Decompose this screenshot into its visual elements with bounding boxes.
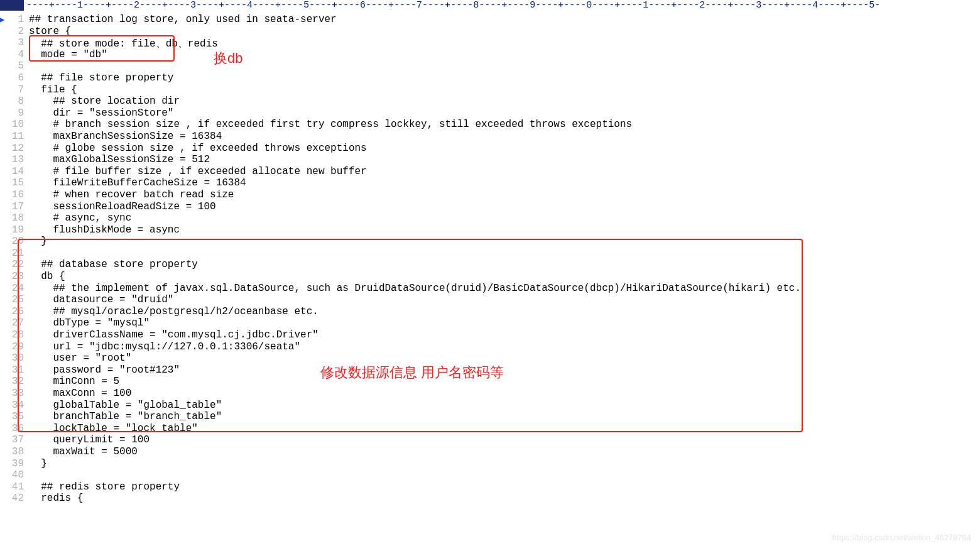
code-text[interactable]: url = "jdbc:mysql://127.0.0.1:3306/seata… — [29, 341, 980, 353]
code-line[interactable]: 39 } — [0, 458, 980, 470]
code-text[interactable] — [29, 60, 980, 72]
code-line[interactable]: 21 — [0, 248, 980, 259]
code-text[interactable]: ## file store property — [29, 72, 980, 84]
code-line[interactable]: 13 maxGlobalSessionSize = 512 — [0, 154, 980, 166]
code-text[interactable]: ## transaction log store, only used in s… — [29, 14, 980, 26]
line-number: 21 — [0, 248, 29, 259]
code-line[interactable]: 7 file { — [0, 84, 980, 96]
code-text[interactable]: } — [29, 236, 980, 248]
code-line[interactable]: 25 datasource = "druid" — [0, 294, 980, 306]
code-text[interactable]: datasource = "druid" — [29, 294, 980, 306]
code-text[interactable]: ## the implement of javax.sql.DataSource… — [29, 283, 980, 295]
code-line[interactable]: 8 ## store location dir — [0, 96, 980, 107]
line-number: 27 — [0, 317, 29, 329]
code-text[interactable]: store { — [29, 26, 980, 38]
code-line[interactable]: 4 mode = "db" — [0, 49, 980, 61]
code-line[interactable]: 30 user = "root" — [0, 352, 980, 364]
code-text[interactable]: redis { — [29, 493, 980, 505]
code-text[interactable]: flushDiskMode = async — [29, 224, 980, 236]
code-line[interactable]: 22 ## database store property — [0, 259, 980, 271]
code-text[interactable]: queryLimit = 100 — [29, 434, 980, 446]
code-text[interactable]: driverClassName = "com.mysql.cj.jdbc.Dri… — [29, 329, 980, 341]
line-number: 1 — [0, 14, 29, 26]
code-line[interactable]: 28 driverClassName = "com.mysql.cj.jdbc.… — [0, 329, 980, 341]
code-text[interactable]: ## store mode: file、db、redis — [29, 37, 980, 49]
code-text[interactable]: dir = "sessionStore" — [29, 107, 980, 119]
code-text[interactable]: file { — [29, 84, 980, 96]
line-number: 3 — [0, 37, 29, 49]
code-text[interactable]: ## store location dir — [29, 96, 980, 107]
line-number: 35 — [0, 411, 29, 423]
code-line[interactable]: 18 # async, sync — [0, 212, 980, 224]
code-line[interactable]: 9 dir = "sessionStore" — [0, 107, 980, 119]
line-number: 42 — [0, 493, 29, 505]
line-number: 14 — [0, 166, 29, 178]
code-line[interactable]: 26 ## mysql/oracle/postgresql/h2/oceanba… — [0, 306, 980, 318]
code-line[interactable]: 37 queryLimit = 100 — [0, 434, 980, 446]
line-number: 8 — [0, 96, 29, 107]
line-number: 33 — [0, 388, 29, 400]
code-line[interactable]: 20 } — [0, 236, 980, 248]
code-text[interactable]: branchTable = "branch_table" — [29, 411, 980, 423]
code-line[interactable]: 16 # when recover batch read size — [0, 189, 980, 201]
code-line[interactable]: 5 — [0, 60, 980, 72]
code-text[interactable]: # branch session size , if exceeded firs… — [29, 119, 980, 131]
code-line[interactable]: 36 lockTable = "lock_table" — [0, 423, 980, 435]
code-text[interactable]: fileWriteBufferCacheSize = 16384 — [29, 177, 980, 189]
line-number: 37 — [0, 434, 29, 446]
code-line[interactable]: 34 globalTable = "global_table" — [0, 400, 980, 412]
code-line[interactable]: 41 ## redis store property — [0, 481, 980, 493]
code-text[interactable] — [29, 469, 980, 481]
code-line[interactable]: 17 sessionReloadReadSize = 100 — [0, 201, 980, 213]
code-text[interactable]: ## redis store property — [29, 481, 980, 493]
code-text[interactable]: dbType = "mysql" — [29, 317, 980, 329]
line-number: 28 — [0, 329, 29, 341]
code-text[interactable]: password = "root#123" — [29, 364, 980, 376]
code-line[interactable]: 15 fileWriteBufferCacheSize = 16384 — [0, 177, 980, 189]
code-line[interactable]: 1## transaction log store, only used in … — [0, 14, 980, 26]
code-text[interactable]: user = "root" — [29, 352, 980, 364]
code-line[interactable]: 40 — [0, 469, 980, 481]
code-line[interactable]: 31 password = "root#123" — [0, 364, 980, 376]
code-line[interactable]: 10 # branch session size , if exceeded f… — [0, 119, 980, 131]
code-text[interactable]: sessionReloadReadSize = 100 — [29, 201, 980, 213]
code-line[interactable]: 42 redis { — [0, 493, 980, 505]
code-text[interactable]: maxGlobalSessionSize = 512 — [29, 154, 980, 166]
code-line[interactable]: 27 dbType = "mysql" — [0, 317, 980, 329]
code-text[interactable]: mode = "db" — [29, 49, 980, 61]
code-text[interactable]: ## mysql/oracle/postgresql/h2/oceanbase … — [29, 306, 980, 318]
code-text[interactable]: # file buffer size , if exceeded allocat… — [29, 166, 980, 178]
code-line[interactable]: 23 db { — [0, 271, 980, 283]
line-number: 16 — [0, 189, 29, 201]
code-editor[interactable]: 1## transaction log store, only used in … — [0, 14, 980, 546]
code-line[interactable]: 2store { — [0, 26, 980, 38]
code-line[interactable]: 33 maxConn = 100 — [0, 388, 980, 400]
code-line[interactable]: 19 flushDiskMode = async — [0, 224, 980, 236]
code-text[interactable]: minConn = 5 — [29, 376, 980, 388]
code-text[interactable]: maxConn = 100 — [29, 388, 980, 400]
code-text[interactable]: # async, sync — [29, 212, 980, 224]
code-text[interactable]: globalTable = "global_table" — [29, 400, 980, 412]
code-line[interactable]: 38 maxWait = 5000 — [0, 446, 980, 458]
code-line[interactable]: 6 ## file store property — [0, 72, 980, 84]
code-text[interactable]: maxWait = 5000 — [29, 446, 980, 458]
code-text[interactable]: } — [29, 458, 980, 470]
code-text[interactable]: db { — [29, 271, 980, 283]
code-line[interactable]: 29 url = "jdbc:mysql://127.0.0.1:3306/se… — [0, 341, 980, 353]
code-text[interactable]: lockTable = "lock_table" — [29, 423, 980, 435]
code-line[interactable]: 35 branchTable = "branch_table" — [0, 411, 980, 423]
code-line[interactable]: 11 maxBranchSessionSize = 16384 — [0, 131, 980, 143]
code-text[interactable]: ## database store property — [29, 259, 980, 271]
line-number: 13 — [0, 154, 29, 166]
code-text[interactable]: # globe session size , if exceeded throw… — [29, 143, 980, 155]
code-text[interactable] — [29, 248, 980, 259]
code-line[interactable]: 24 ## the implement of javax.sql.DataSou… — [0, 283, 980, 295]
code-text[interactable]: maxBranchSessionSize = 16384 — [29, 131, 980, 143]
line-number: 17 — [0, 201, 29, 213]
line-number: 22 — [0, 259, 29, 271]
code-text[interactable]: # when recover batch read size — [29, 189, 980, 201]
code-line[interactable]: 32 minConn = 5 — [0, 376, 980, 388]
code-line[interactable]: 12 # globe session size , if exceeded th… — [0, 143, 980, 155]
code-line[interactable]: 14 # file buffer size , if exceeded allo… — [0, 166, 980, 178]
code-line[interactable]: 3 ## store mode: file、db、redis — [0, 37, 980, 49]
